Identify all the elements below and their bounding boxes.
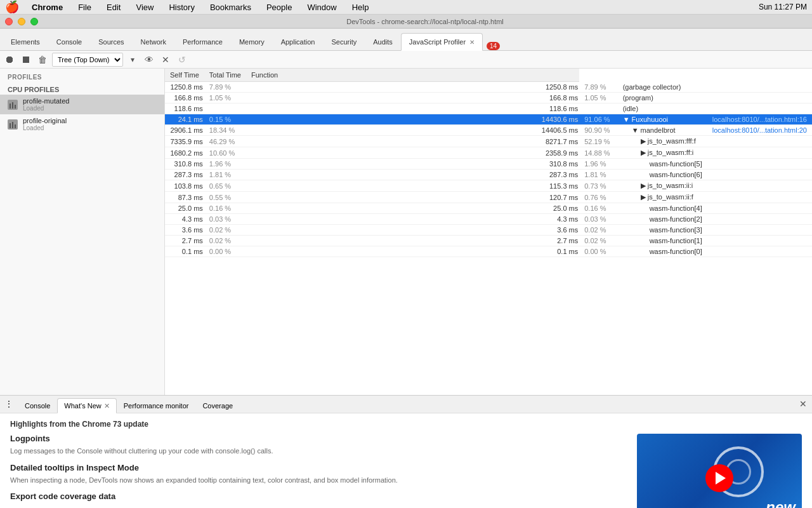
logpoints-desc: Log messages to the Console without clut… xyxy=(10,446,617,457)
menu-edit[interactable]: Edit xyxy=(104,3,123,12)
cell-total-time: 25.0 ms xyxy=(246,203,579,214)
cell-self-time: 287.3 ms xyxy=(165,170,204,180)
profile-item-original[interactable]: profile-original Loaded xyxy=(0,114,164,134)
col-total-time[interactable]: Total Time xyxy=(204,69,246,82)
cell-self-time: 0.1 ms xyxy=(165,246,204,257)
cell-link[interactable] xyxy=(707,246,812,257)
apple-menu[interactable]: 🍎 xyxy=(5,0,19,14)
profile-item-mutated[interactable]: profile-mutated Loaded xyxy=(0,95,164,114)
tab-network[interactable]: Network xyxy=(133,32,174,50)
tab-close-icon[interactable]: ✕ xyxy=(469,39,475,46)
col-function[interactable]: Function xyxy=(246,69,579,82)
svg-rect-4 xyxy=(12,122,13,128)
table-row[interactable]: 166.8 ms 1.05 % 166.8 ms 1.05 % (program… xyxy=(165,93,812,104)
cell-link[interactable] xyxy=(707,192,812,203)
data-table-container[interactable]: Self Time Total Time Function 1250.8 ms … xyxy=(165,69,812,395)
menu-window[interactable]: Window xyxy=(304,3,339,12)
system-clock: Sun 11:27 PM xyxy=(759,3,807,11)
cell-link[interactable] xyxy=(707,236,812,246)
menu-history[interactable]: History xyxy=(166,3,197,12)
cell-self-time: 24.1 ms xyxy=(165,114,204,125)
tab-memory[interactable]: Memory xyxy=(231,32,273,50)
cell-link[interactable]: localhost:8010/...tation.html:16 xyxy=(707,114,812,125)
minimize-button[interactable] xyxy=(18,18,25,25)
cell-self-pct: 7.89 % xyxy=(204,82,246,93)
view-mode-select[interactable]: Tree (Top Down) xyxy=(52,53,123,67)
svg-rect-0 xyxy=(10,104,11,109)
menu-bookmarks[interactable]: Bookmarks xyxy=(207,3,254,12)
menu-people[interactable]: People xyxy=(264,3,294,12)
cell-total-pct: 0.03 % xyxy=(579,214,617,225)
maximize-button[interactable] xyxy=(30,18,38,25)
stop-button[interactable]: ⏹ xyxy=(19,53,33,67)
cell-link[interactable] xyxy=(707,170,812,180)
whats-new-close-icon[interactable]: ✕ xyxy=(104,402,110,410)
cell-link[interactable] xyxy=(707,82,812,93)
coverage-label: Coverage xyxy=(202,402,233,410)
col-self-time[interactable]: Self Time xyxy=(165,69,204,82)
tab-coverage[interactable]: Coverage xyxy=(195,398,240,413)
table-row[interactable]: 4.3 ms 0.03 % 4.3 ms 0.03 % wasm-functio… xyxy=(165,214,812,225)
eye-button[interactable]: 👁 xyxy=(142,53,156,67)
cell-link[interactable] xyxy=(707,136,812,147)
cell-self-time: 1680.2 ms xyxy=(165,147,204,159)
cell-link[interactable] xyxy=(707,159,812,170)
table-row[interactable]: 25.0 ms 0.16 % 25.0 ms 0.16 % wasm-funct… xyxy=(165,203,812,214)
tab-audits[interactable]: Audits xyxy=(365,32,401,50)
arrow-down-icon[interactable]: ▾ xyxy=(126,53,140,67)
table-row[interactable]: 7335.9 ms 46.29 % 8271.7 ms 52.19 % ▶ js… xyxy=(165,136,812,147)
cell-self-pct: 0.15 % xyxy=(204,114,246,125)
cell-link[interactable] xyxy=(707,93,812,104)
record-button[interactable]: ⏺ xyxy=(3,53,16,67)
tab-security[interactable]: Security xyxy=(323,32,365,50)
cell-link[interactable] xyxy=(707,104,812,114)
table-row[interactable]: 287.3 ms 1.81 % 287.3 ms 1.81 % wasm-fun… xyxy=(165,170,812,180)
bottom-panel-content: Highlights from the Chrome 73 update Log… xyxy=(0,413,812,508)
tab-js-profiler[interactable]: JavaScript Profiler ✕ xyxy=(401,33,483,51)
cell-link[interactable] xyxy=(707,203,812,214)
cell-function: (program) xyxy=(618,93,707,104)
cell-total-time: 0.1 ms xyxy=(246,246,579,257)
close-bottom-panel-button[interactable]: ✕ xyxy=(797,395,809,413)
table-row[interactable]: 3.6 ms 0.02 % 3.6 ms 0.02 % wasm-functio… xyxy=(165,225,812,236)
cell-link[interactable] xyxy=(707,147,812,159)
table-row[interactable]: 1250.8 ms 7.89 % 1250.8 ms 7.89 % (garba… xyxy=(165,82,812,93)
tab-performance[interactable]: Performance xyxy=(174,32,231,50)
table-row[interactable]: 1680.2 ms 10.60 % 2358.9 ms 14.88 % ▶ js… xyxy=(165,147,812,159)
tab-sources[interactable]: Sources xyxy=(90,32,132,50)
table-row[interactable]: 310.8 ms 1.96 % 310.8 ms 1.96 % wasm-fun… xyxy=(165,159,812,170)
menu-chrome[interactable]: Chrome xyxy=(29,3,65,12)
cell-total-pct: 0.76 % xyxy=(579,192,617,203)
cell-total-pct: 1.81 % xyxy=(579,170,617,180)
clear-button[interactable]: 🗑 xyxy=(36,53,49,67)
profile-name-mutated: profile-mutated xyxy=(23,97,69,105)
table-row[interactable]: 24.1 ms 0.15 % 14430.6 ms 91.06 % ▼ Fuxu… xyxy=(165,114,812,125)
console-tab-label: Console xyxy=(25,402,50,410)
table-row[interactable]: 2906.1 ms 18.34 % 14406.5 ms 90.90 % ▼ m… xyxy=(165,125,812,136)
refresh-button[interactable]: ↺ xyxy=(175,53,189,67)
cell-link[interactable] xyxy=(707,225,812,236)
tab-console-bottom[interactable]: Console xyxy=(18,398,57,413)
menu-help[interactable]: Help xyxy=(350,3,372,12)
tab-elements[interactable]: Elements xyxy=(3,32,48,50)
cell-link[interactable] xyxy=(707,214,812,225)
close-button[interactable] xyxy=(5,18,13,25)
tab-whats-new[interactable]: What's New ✕ xyxy=(57,398,116,413)
tab-application[interactable]: Application xyxy=(273,32,324,50)
table-row[interactable]: 103.8 ms 0.65 % 115.3 ms 0.73 % ▶ js_to_… xyxy=(165,180,812,192)
close-icon-button[interactable]: ✕ xyxy=(159,53,173,67)
table-row[interactable]: 2.7 ms 0.02 % 2.7 ms 0.02 % wasm-functio… xyxy=(165,236,812,246)
cell-total-pct: 1.05 % xyxy=(579,93,617,104)
play-button[interactable] xyxy=(705,464,733,492)
tab-console[interactable]: Console xyxy=(48,32,90,50)
bottom-menu-icon[interactable]: ⋮ xyxy=(3,395,15,413)
tab-performance-monitor[interactable]: Performance monitor xyxy=(117,398,196,413)
table-row[interactable]: 118.6 ms 118.6 ms (idle) xyxy=(165,104,812,114)
cell-link[interactable]: localhost:8010/...tation.html:20 xyxy=(707,125,812,136)
table-row[interactable]: 0.1 ms 0.00 % 0.1 ms 0.00 % wasm-functio… xyxy=(165,246,812,257)
video-thumbnail[interactable]: new xyxy=(637,434,802,508)
menu-file[interactable]: File xyxy=(75,3,94,12)
table-row[interactable]: 87.3 ms 0.55 % 120.7 ms 0.76 % ▶ js_to_w… xyxy=(165,192,812,203)
menu-view[interactable]: View xyxy=(133,3,156,12)
cell-link[interactable] xyxy=(707,180,812,192)
